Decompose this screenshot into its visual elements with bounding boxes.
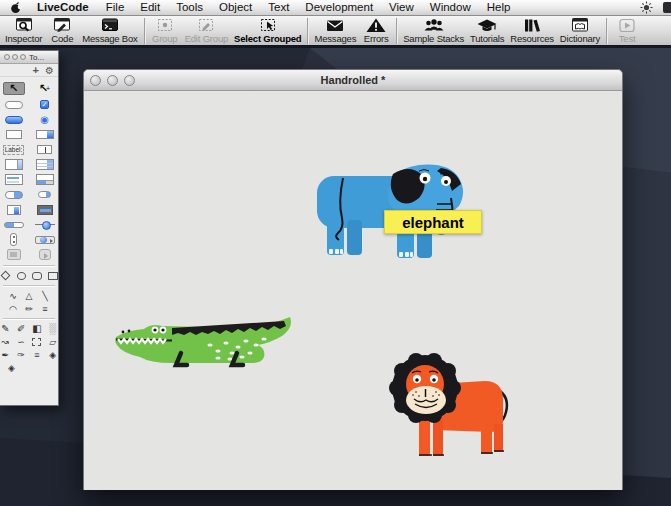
message-box-icon (99, 17, 121, 34)
card-area[interactable]: elephant (84, 91, 622, 490)
inspector-button[interactable]: Inspector (2, 17, 45, 44)
image-area-tool-icon (7, 249, 21, 260)
combo-box-tool[interactable] (3, 203, 25, 216)
palette-gear-icon[interactable]: ⚙ (45, 65, 54, 76)
spray-can-tool[interactable]: ░ (47, 322, 58, 335)
arc-tool[interactable]: ◠ (8, 302, 19, 315)
text-entry-tool[interactable] (34, 143, 56, 156)
radio-button-tool[interactable]: ◉ (34, 113, 56, 126)
paint-brush-tool[interactable]: ✎ (0, 322, 11, 335)
pointer-tool-plus: + (46, 85, 50, 92)
slider-tool-icon (35, 220, 55, 229)
label-tool[interactable]: Label: (3, 143, 25, 156)
menu-tools[interactable]: Tools (168, 0, 211, 15)
rectangle-tool[interactable] (47, 269, 58, 282)
menu-edit[interactable]: Edit (132, 0, 168, 15)
palette-zoom-button[interactable] (20, 54, 26, 60)
menu-help[interactable]: Help (479, 0, 519, 15)
eraser-tool[interactable]: ▱ (47, 335, 58, 348)
line-width-tool[interactable]: ≡ (32, 348, 43, 361)
button-tool[interactable] (3, 98, 25, 111)
brightness-icon[interactable] (640, 1, 653, 14)
radio-button-tool-icon: ◉ (40, 115, 49, 125)
menu-development[interactable]: Development (297, 0, 381, 15)
label-tool-icon: Label: (3, 145, 25, 155)
field-tool[interactable] (3, 158, 25, 171)
stack-window-titlebar[interactable]: Handrolled * (84, 70, 622, 91)
fill-bucket-tool[interactable]: ◧ (32, 322, 43, 335)
polygon-tool[interactable]: △ (24, 289, 35, 302)
default-button-tool[interactable] (3, 113, 25, 126)
menu-window[interactable]: Window (422, 0, 479, 15)
vertical-scrollbar-tool[interactable] (3, 233, 25, 246)
gradient-tool[interactable]: ≡ (40, 302, 51, 315)
apple-menu[interactable] (0, 1, 28, 14)
fill-pattern-tool[interactable]: ◈ (47, 348, 58, 361)
palette-add-icon[interactable]: + (33, 65, 39, 76)
dictionary-button[interactable]: Dictionary (557, 17, 603, 44)
toolbar-separator (144, 18, 145, 44)
marquee-icon (32, 338, 41, 346)
progress-bar-tool[interactable] (3, 218, 25, 231)
image-area-tool[interactable] (3, 248, 25, 261)
select-grouped-button[interactable]: Select Grouped (231, 17, 304, 44)
lasso-tool[interactable]: ∽ (16, 335, 27, 348)
crocodile-image[interactable] (114, 315, 294, 371)
player-tool-icon (39, 249, 51, 260)
scrollbar-tool[interactable] (34, 233, 56, 246)
table-field-tool[interactable] (34, 158, 56, 171)
menu-file[interactable]: File (98, 0, 133, 15)
palette-minimize-button[interactable] (12, 54, 18, 60)
menu-text[interactable]: Text (260, 0, 297, 15)
window-zoom-button[interactable] (124, 75, 135, 86)
resources-label: Resources (510, 34, 554, 44)
list-field-tool[interactable] (3, 173, 25, 186)
regular-polygon-tool[interactable] (0, 269, 11, 282)
freehand-curve-tool[interactable]: ∿ (8, 289, 19, 302)
menu-view[interactable]: View (381, 0, 422, 15)
icon-menu-tool[interactable] (34, 203, 56, 216)
draw-pencil-tool[interactable]: ✒ (0, 348, 11, 361)
rounded-rect-tool[interactable] (32, 269, 43, 282)
pen-tool[interactable]: ✑ (16, 348, 27, 361)
small-button-tool[interactable] (34, 188, 56, 201)
resources-icon (521, 17, 543, 34)
browse-tool[interactable]: ↖ (3, 82, 25, 95)
curve-select-tool[interactable]: ↝ (0, 335, 11, 348)
mesh-edit-tool[interactable]: ◈ (6, 361, 17, 374)
checkbox-tool[interactable]: ✓ (34, 98, 56, 111)
sample-stacks-button[interactable]: Sample Stacks (400, 17, 467, 44)
errors-button[interactable]: Errors (359, 17, 393, 44)
menu-object[interactable]: Object (211, 0, 260, 15)
test-label: Test (619, 34, 636, 44)
resources-button[interactable]: Resources (507, 17, 557, 44)
fill-pattern-icon: ◈ (49, 350, 56, 360)
select-area-tool[interactable] (32, 335, 43, 348)
palette-close-button[interactable] (4, 54, 10, 60)
oval-tool[interactable] (16, 269, 27, 282)
tools-palette-titlebar[interactable]: To... (0, 51, 58, 64)
eraser-icon: ▱ (49, 337, 56, 347)
air-brush-tool[interactable]: ✐ (16, 322, 27, 335)
field-tool-icon (5, 159, 23, 170)
lion-image[interactable] (389, 344, 515, 460)
pointer-tool[interactable]: ↖+ (34, 82, 56, 95)
menu-app-name[interactable]: LiveCode (28, 0, 98, 15)
window-close-button[interactable] (90, 75, 101, 86)
rect-button-tool[interactable] (3, 128, 25, 141)
combo-box-tool-icon (7, 205, 21, 215)
palette-divider (3, 318, 55, 319)
tab-panel-tool[interactable] (3, 188, 25, 201)
slider-tool[interactable] (34, 218, 56, 231)
line-tool[interactable]: ╲ (40, 289, 51, 302)
pencil-tool[interactable]: ✏ (24, 302, 35, 315)
code-button[interactable]: Code (45, 17, 79, 44)
option-menu-tool[interactable] (34, 128, 56, 141)
message-box-button[interactable]: Message Box (79, 17, 140, 44)
messages-button[interactable]: Messages (311, 17, 359, 44)
menu-extra-icon[interactable] (663, 2, 671, 13)
scrolling-field-tool[interactable] (34, 173, 56, 186)
tutorials-button[interactable]: Tutorials (467, 17, 507, 44)
window-minimize-button[interactable] (107, 75, 118, 86)
player-tool[interactable] (34, 248, 56, 261)
